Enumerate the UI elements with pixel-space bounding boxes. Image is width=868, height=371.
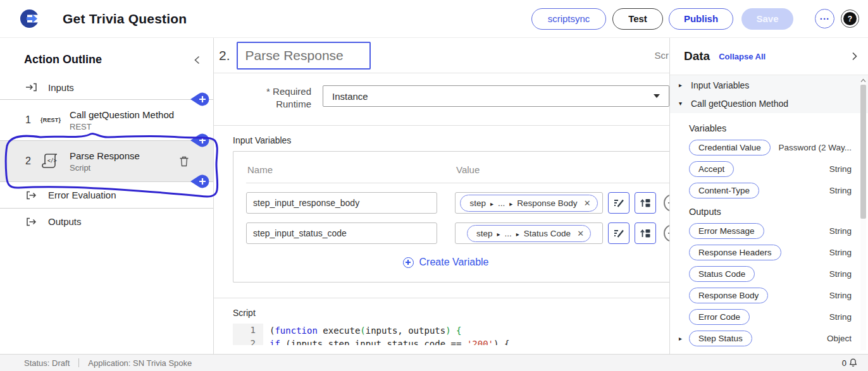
data-pill-row: Error Message String [670,222,868,240]
step-number-prefix: 2. [219,48,230,63]
data-pill-step-status[interactable]: Step Status [689,331,752,346]
required-runtime-row: * Required Runtime Instance [214,85,669,110]
action-designer-app: Get Trivia Question scriptsync Test Publ… [0,0,868,371]
data-pill-error-code[interactable]: Error Code [689,309,750,325]
remove-pill-icon[interactable]: ✕ [577,229,584,238]
sidebar-item-outputs[interactable]: Outputs [0,209,213,234]
create-variable-link[interactable]: Create Variable [246,257,645,268]
data-panel: Data Collapse All ▸ Input Variables ▾ Ca… [669,38,868,354]
step-failure-row: If this step fails Stop the action and g… [214,346,669,354]
pill-type-label: Password (2 Way... [778,143,852,152]
collapse-sidebar-icon[interactable] [194,55,201,65]
pill-separator-icon [490,198,493,208]
chevron-right-icon[interactable]: ▸ [679,335,689,342]
application-text: Application: SN Trivia Spoke [88,358,192,368]
svg-text:</>: </> [47,158,57,164]
remove-variable-button[interactable] [664,224,669,242]
more-options-button[interactable]: ... [815,9,834,28]
sidebar-step-parse-response[interactable]: 2 </> Parse Response Script [0,141,213,181]
remove-variable-button[interactable] [664,194,669,212]
delete-step-icon[interactable] [179,155,189,167]
variable-value-field[interactable]: step ... Status Code ✕ [455,222,603,244]
step-number: 2 [25,155,40,167]
save-button[interactable]: Save [741,8,793,30]
pill-separator-icon [509,198,512,208]
step-title-input[interactable] [237,42,371,70]
table-row: step ... Response Body ✕ [246,192,669,214]
data-panel-title: Data [684,49,710,63]
sidebar-item-error-evaluation[interactable]: Error Evaluation [0,182,213,208]
data-pill-accept[interactable]: Accept [689,161,734,177]
pill-type-label: String [829,226,852,236]
publish-button[interactable]: Publish [669,8,733,30]
variable-name-input[interactable] [246,222,437,244]
pill-type-label: String [829,291,852,300]
pill-type-label: String [829,269,852,279]
script-code-editor[interactable]: 1 (function execute(inputs, outputs) { 2… [233,324,669,345]
data-pill-credential-value[interactable]: Credential Value [689,140,771,155]
rest-step-icon: {REST} [40,117,70,123]
sidebar-item-inputs[interactable]: Inputs [0,75,213,99]
input-variables-label: Input Variables [233,135,669,145]
data-panel-scrollbar[interactable] [860,78,866,350]
error-evaluation-icon [25,190,38,201]
question-mark-icon: ? [843,12,857,25]
data-pill-row: Status Code String [670,265,868,283]
data-pill[interactable]: step ... Status Code ✕ [467,225,591,242]
data-pill-response-body[interactable]: Response Body [689,288,768,303]
step-number: 1 [25,114,40,126]
data-pill[interactable]: step ... Response Body ✕ [460,195,597,212]
code-line: 2 if (inputs.step_input_status_code == '… [233,337,669,345]
data-panel-header: Data Collapse All [670,38,868,75]
data-pill-status-code[interactable]: Status Code [689,266,755,282]
data-pill-row: Content-Type String [670,181,868,199]
scrollbar-thumb[interactable] [860,85,866,219]
status-bar: Status: Draft Application: SN Trivia Spo… [0,354,868,371]
scriptsync-button[interactable]: scriptsync [531,8,606,30]
inputs-icon [25,82,38,93]
add-step-button[interactable] [187,133,212,148]
step-header: 2. Scr [214,38,669,73]
variable-value-field[interactable]: step ... Response Body ✕ [455,192,603,214]
data-pill-picker-button[interactable] [608,192,629,214]
test-button[interactable]: Test [612,8,663,30]
step-config-panel: 2. Scr * Required Runtime Instance Input… [214,38,669,354]
runtime-selected-value: Instance [332,91,368,102]
runtime-select[interactable]: Instance [323,85,669,107]
sidebar-item-label: Inputs [48,82,74,93]
outputs-group-label: Outputs [689,207,868,217]
data-pill-response-headers[interactable]: Response Headers [689,245,781,260]
data-pill-row: Accept String [670,160,868,178]
data-pill-picker-button[interactable] [608,222,629,244]
scroll-up-icon[interactable] [860,78,866,83]
pill-type-label: String [829,164,852,174]
help-button[interactable]: ? [841,9,859,28]
sidebar-step-call-getquestion[interactable]: 1 {REST} Call getQuestion Method REST [0,100,213,140]
tree-item-input-variables[interactable]: ▸ Input Variables [670,76,868,94]
data-pill-error-message[interactable]: Error Message [689,223,764,239]
toggle-pill-text-button[interactable] [635,192,656,214]
variables-group-label: Variables [689,123,868,133]
remove-pill-icon[interactable]: ✕ [584,198,591,208]
tree-item-call-getquestion[interactable]: ▾ Call getQuestion Method [670,94,868,113]
data-pill-content-type[interactable]: Content-Type [689,183,759,198]
toggle-pill-text-button[interactable] [635,222,656,244]
top-header: Get Trivia Question scriptsync Test Publ… [0,0,868,38]
add-step-button[interactable] [187,174,212,189]
step-type-label: Scr [655,50,669,61]
pill-type-label: Object [827,334,852,343]
sidebar-item-label: Outputs [48,216,82,227]
data-pill-row: ▸ Step Status Object [670,329,868,347]
pill-type-label: String [829,312,852,322]
bell-icon[interactable] [848,358,858,368]
step-divider [0,99,213,100]
line-number: 1 [233,324,263,337]
divider [246,183,669,183]
collapse-data-panel-icon[interactable] [852,51,858,61]
collapse-all-link[interactable]: Collapse All [719,52,766,61]
plus-circle-icon [403,257,414,268]
add-step-button[interactable] [187,92,212,107]
variable-name-input[interactable] [246,192,437,214]
divider [78,358,79,367]
chevron-down-icon [654,94,660,98]
